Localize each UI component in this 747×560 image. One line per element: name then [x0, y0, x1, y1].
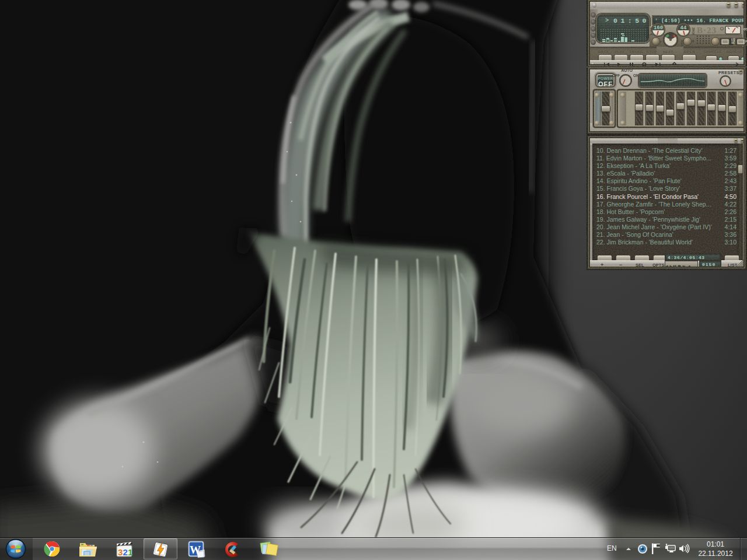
- svg-text:44: 44: [680, 25, 687, 31]
- svg-text:B·23: B·23: [697, 26, 717, 35]
- svg-text:KPS: KPS: [650, 27, 653, 34]
- svg-text:1: 1: [128, 547, 132, 557]
- svg-text:VOL: VOL: [680, 39, 684, 47]
- svg-text:2: 2: [123, 547, 128, 557]
- svg-text:∞: ∞: [743, 25, 747, 32]
- svg-text:KHZ: KHZ: [692, 27, 695, 35]
- svg-text:SE: SE: [731, 41, 735, 44]
- svg-text:3: 3: [118, 547, 123, 557]
- svg-text:160: 160: [654, 25, 663, 31]
- svg-text:W: W: [190, 544, 201, 556]
- svg-text:-: -: [660, 38, 662, 44]
- svg-text:+: +: [692, 38, 694, 44]
